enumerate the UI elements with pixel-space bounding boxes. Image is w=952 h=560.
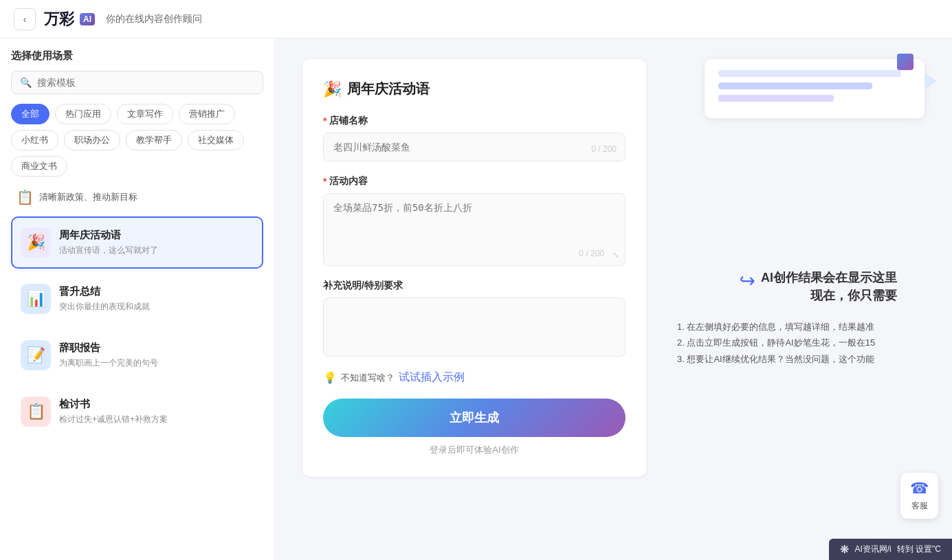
logo-text: 万彩	[44, 9, 74, 30]
ai-hint-title: AI创作结果会在显示这里 现在，你只需要	[761, 269, 897, 304]
main-layout: 选择使用场景 🔍 全部 热门应用 文章写作 营销推广 小红书 职场办公 教学帮手…	[0, 38, 952, 560]
tag-row-1: 全部 热门应用 文章写作 营销推广	[11, 104, 263, 124]
template-info-3: 检讨书 检讨过失+诚恩认错+补救方案	[59, 398, 254, 425]
tag-hot[interactable]: 热门应用	[55, 104, 111, 124]
ai-hint-arrow-icon: ↩	[740, 269, 755, 292]
template-icon-1: 📊	[21, 284, 51, 314]
ai-hint-box: ↩ AI创作结果会在显示这里 现在，你只需要 1. 在左侧填好必要的信息，填写越…	[677, 269, 897, 367]
tag-xiaohongshu[interactable]: 小红书	[11, 130, 58, 150]
illus-card	[705, 59, 925, 118]
template-item-2[interactable]: 📝 辞职报告 为离职画上一个完美的句号	[11, 329, 263, 381]
activity-content-label-text: 活动内容	[329, 175, 368, 188]
template-desc-1: 突出你最佳的表现和成就	[59, 301, 254, 313]
tag-row-2: 小红书 职场办公 教学帮手 社交媒体	[11, 130, 263, 150]
required-mark-1: *	[323, 115, 326, 126]
template-icon-2: 📝	[21, 340, 51, 370]
store-name-field: * 店铺名称 0 / 200	[323, 115, 626, 161]
required-mark-2: *	[323, 176, 326, 187]
bottom-suffix: 转到 设置"C	[897, 544, 941, 555]
search-icon: 🔍	[20, 77, 32, 88]
store-name-label: * 店铺名称	[323, 115, 626, 127]
logo-ai-badge: AI	[80, 13, 95, 25]
illus-line-2	[718, 82, 872, 89]
back-icon: ‹	[23, 14, 27, 25]
tag-teaching[interactable]: 教学帮手	[126, 130, 182, 150]
activity-content-label: * 活动内容	[323, 175, 626, 188]
template-item-3[interactable]: 📋 检讨书 检讨过失+诚恩认错+补救方案	[11, 385, 263, 438]
illus-line-1	[718, 70, 901, 77]
template-name-0: 周年庆活动语	[59, 229, 254, 242]
tag-marketing[interactable]: 营销推广	[179, 104, 235, 124]
tag-article[interactable]: 文章写作	[117, 104, 173, 124]
tag-all[interactable]: 全部	[11, 104, 49, 124]
supplement-area	[323, 298, 626, 357]
template-info-1: 晋升总结 突出你最佳的表现和成就	[59, 285, 254, 313]
template-info-0: 周年庆活动语 活动宣传语，这么写就对了	[59, 229, 254, 256]
form-title-icon: 🎉	[323, 80, 342, 98]
back-button[interactable]: ‹	[14, 8, 36, 30]
template-item-0[interactable]: 🎉 周年庆活动语 活动宣传语，这么写就对了	[11, 216, 263, 269]
bottom-logo: ❋	[840, 543, 849, 556]
store-name-input[interactable]	[324, 133, 625, 161]
tag-business[interactable]: 商业文书	[11, 156, 67, 177]
sidebar-title: 选择使用场景	[11, 49, 263, 63]
bottom-text: AI资讯网/i	[854, 544, 891, 555]
search-input[interactable]	[37, 77, 254, 88]
example-link[interactable]: 试试插入示例	[399, 370, 465, 385]
ai-hint-step-3: 3. 想要让AI继续优化结果？当然没问题，这个功能	[677, 351, 897, 367]
customer-service-button[interactable]: ☎ 客服	[900, 473, 938, 519]
template-name-1: 晋升总结	[59, 285, 254, 298]
generate-button[interactable]: 立即生成	[323, 399, 626, 437]
ai-hint-title-line1: AI创作结果会在显示这里	[761, 269, 897, 286]
supplement-field: 补充说明/特别要求	[323, 280, 626, 357]
header-subtitle: 你的在线内容创作顾问	[106, 13, 202, 25]
template-icon-0: 🎉	[21, 227, 51, 258]
tag-social[interactable]: 社交媒体	[188, 130, 244, 150]
tag-row-3: 商业文书	[11, 156, 263, 177]
content-area: 🎉 周年庆活动语 * 店铺名称 0 / 200 * 活动内容	[275, 38, 952, 560]
hint-icon: 💡	[323, 371, 337, 384]
illus-triangle	[925, 73, 937, 89]
template-item-1[interactable]: 📊 晋升总结 突出你最佳的表现和成就	[11, 273, 263, 325]
template-desc-2: 为离职画上一个完美的句号	[59, 357, 254, 369]
template-icon-3: 📋	[21, 396, 51, 427]
login-hint: 登录后即可体验AI创作	[323, 444, 626, 456]
resize-handle: ⤡	[612, 250, 619, 260]
form-title: 🎉 周年庆活动语	[323, 80, 626, 98]
header: ‹ 万彩 AI 你的在线内容创作顾问	[0, 0, 952, 38]
store-name-label-text: 店铺名称	[329, 115, 368, 127]
supplement-label: 补充说明/特别要求	[323, 280, 626, 292]
ai-hint-steps: 1. 在左侧填好必要的信息，填写越详细，结果越准 2. 点击立即生成按钮，静待A…	[677, 319, 897, 367]
illus-line-3	[718, 95, 834, 102]
template-name-3: 检讨书	[59, 398, 254, 411]
form-panel: 🎉 周年庆活动语 * 店铺名称 0 / 200 * 活动内容	[302, 59, 646, 477]
template-info-2: 辞职报告 为离职画上一个完美的句号	[59, 341, 254, 369]
sidebar: 选择使用场景 🔍 全部 热门应用 文章写作 营销推广 小红书 职场办公 教学帮手…	[0, 38, 275, 560]
form-title-text: 周年庆活动语	[347, 80, 430, 98]
logo-area: 万彩 AI	[44, 9, 95, 30]
activity-content-wrapper: 0 / 200 ⤡	[323, 193, 626, 266]
supplement-textarea[interactable]	[324, 298, 625, 353]
store-name-char-count: 0 / 200	[591, 144, 617, 154]
notice-text: 清晰新政策、推动新目标	[39, 191, 137, 203]
customer-service-label: 客服	[911, 500, 928, 512]
template-name-2: 辞职报告	[59, 341, 254, 355]
notice-item: 📋 清晰新政策、推动新目标	[11, 182, 263, 212]
supplement-label-text: 补充说明/特别要求	[323, 280, 403, 292]
bottom-bar: ❋ AI资讯网/i 转到 设置"C	[829, 539, 952, 560]
template-desc-0: 活动宣传语，这么写就对了	[59, 245, 254, 256]
template-desc-3: 检讨过失+诚恩认错+补救方案	[59, 414, 254, 425]
activity-content-field: * 活动内容 0 / 200 ⤡	[323, 175, 626, 266]
ai-hint-title-line2: 现在，你只需要	[810, 287, 897, 304]
ai-hint-step-2: 2. 点击立即生成按钮，静待AI妙笔生花，一般在15	[677, 335, 897, 350]
notice-icon: 📋	[16, 189, 34, 205]
activity-char-count: 0 / 200	[579, 249, 604, 258]
store-name-input-wrapper: 0 / 200	[323, 133, 626, 161]
example-hint: 💡 不知道写啥？ 试试插入示例	[323, 370, 626, 385]
search-box: 🔍	[11, 71, 263, 94]
hint-text-before: 不知道写啥？	[341, 372, 395, 384]
illustration-area: ↩ AI创作结果会在显示这里 现在，你只需要 1. 在左侧填好必要的信息，填写越…	[705, 59, 925, 229]
tag-workplace[interactable]: 职场办公	[64, 130, 120, 150]
customer-service-icon: ☎	[910, 480, 929, 497]
ai-hint-step-1: 1. 在左侧填好必要的信息，填写越详细，结果越准	[677, 319, 897, 335]
